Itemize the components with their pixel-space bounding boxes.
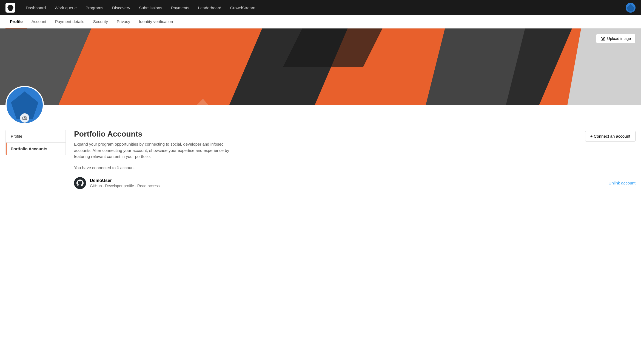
svg-point-12	[24, 117, 25, 119]
svg-point-11	[602, 38, 603, 39]
tab-profile[interactable]: Profile	[5, 15, 27, 28]
logo[interactable]	[5, 3, 15, 13]
connected-suffix: account	[119, 165, 135, 170]
logo-icon	[7, 5, 13, 11]
content-area: Portfolio Accounts Expand your program o…	[74, 127, 636, 192]
connected-prefix: You have connected to	[74, 165, 117, 170]
user-avatar[interactable]	[626, 3, 636, 13]
account-separator-2: ·	[135, 184, 137, 188]
connected-count: 1	[117, 165, 119, 170]
nav-work-queue[interactable]: Work queue	[51, 3, 81, 12]
portfolio-title: Portfolio Accounts	[74, 130, 238, 138]
nav-dashboard[interactable]: Dashboard	[22, 3, 50, 12]
avatar-section	[5, 86, 44, 124]
sidebar: Profile Portfolio Accounts	[5, 130, 66, 155]
connected-info: You have connected to 1 account	[74, 165, 636, 170]
account-meta: GitHub · Developer profile · Read-access	[90, 184, 159, 188]
top-nav: Dashboard Work queue Programs Discovery …	[0, 0, 641, 15]
main-content: Profile Portfolio Accounts Portfolio Acc…	[0, 127, 641, 192]
cover-banner: Upload image	[0, 28, 641, 105]
content-header: Portfolio Accounts Expand your program o…	[74, 130, 636, 160]
nav-links: Dashboard Work queue Programs Discovery …	[22, 3, 626, 12]
upload-image-button[interactable]: Upload image	[596, 34, 636, 43]
account-name: DemoUser	[90, 178, 159, 183]
tab-identity-verification[interactable]: Identity verification	[135, 15, 177, 28]
nav-payments[interactable]: Payments	[167, 3, 193, 12]
nav-leaderboard[interactable]: Leaderboard	[194, 3, 225, 12]
portfolio-intro: Portfolio Accounts Expand your program o…	[74, 130, 238, 160]
account-left: DemoUser GitHub · Developer profile · Re…	[74, 177, 159, 189]
account-details: DemoUser GitHub · Developer profile · Re…	[90, 178, 159, 188]
upload-image-label: Upload image	[607, 36, 631, 41]
portfolio-description: Expand your program opportunities by con…	[74, 141, 238, 160]
connect-account-button[interactable]: + Connect an account	[585, 131, 636, 141]
tab-privacy[interactable]: Privacy	[112, 15, 135, 28]
nav-crowdstream[interactable]: CrowdStream	[226, 3, 259, 12]
camera-icon	[601, 36, 605, 41]
tab-security[interactable]: Security	[89, 15, 112, 28]
avatar-camera-button[interactable]	[20, 113, 29, 123]
nav-programs[interactable]: Programs	[82, 3, 107, 12]
sidebar-portfolio-accounts-label: Portfolio Accounts	[11, 146, 47, 151]
account-type: Developer profile	[105, 184, 134, 188]
account-access: Read-access	[137, 184, 160, 188]
sidebar-item-portfolio-accounts[interactable]: Portfolio Accounts	[6, 143, 65, 155]
nav-submissions[interactable]: Submissions	[135, 3, 166, 12]
github-logo-icon	[76, 180, 84, 187]
account-row: DemoUser GitHub · Developer profile · Re…	[74, 174, 636, 192]
tab-payment-details[interactable]: Payment details	[51, 15, 89, 28]
avatar-shape	[627, 4, 634, 11]
sub-nav: Profile Account Payment details Security…	[0, 15, 641, 28]
nav-discovery[interactable]: Discovery	[108, 3, 134, 12]
account-platform: GitHub	[90, 184, 102, 188]
connect-account-label: + Connect an account	[590, 134, 630, 138]
github-icon	[74, 177, 86, 189]
tab-account[interactable]: Account	[27, 15, 51, 28]
avatar-camera-icon	[22, 116, 27, 120]
sidebar-profile-label: Profile	[11, 134, 22, 138]
unlink-account-button[interactable]: Unlink account	[609, 181, 636, 185]
sidebar-item-profile[interactable]: Profile	[6, 130, 65, 143]
